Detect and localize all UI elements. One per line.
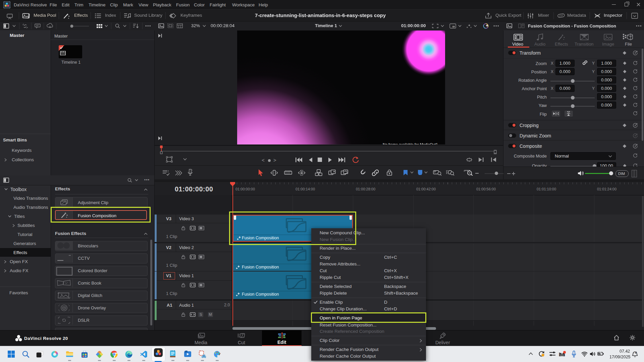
svg-text:HQ: HQ: [453, 26, 455, 27]
